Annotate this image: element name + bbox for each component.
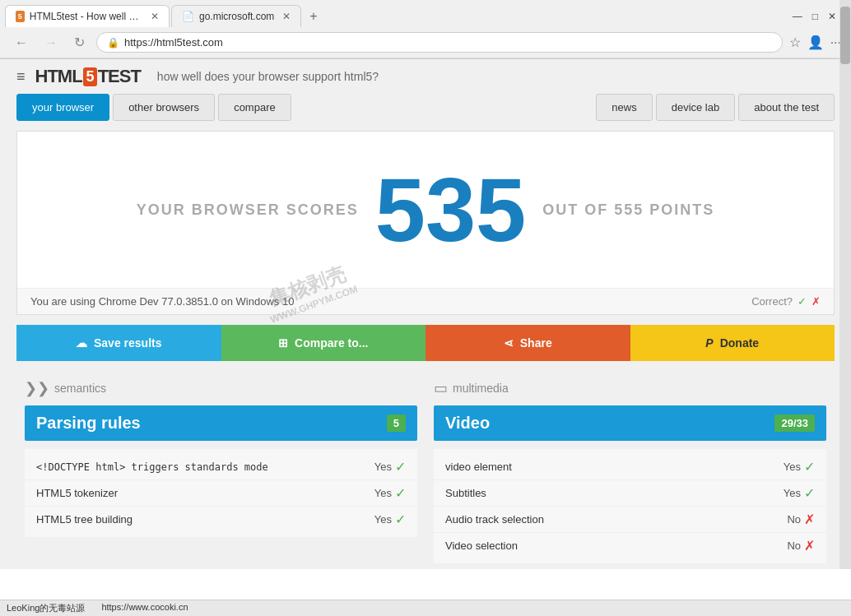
test-tokenizer-result: Yes ✓ bbox=[374, 485, 406, 501]
test-row: video element Yes ✓ bbox=[434, 454, 826, 480]
logo-html: HTML bbox=[35, 66, 82, 87]
site-nav: your browser other browsers compare news… bbox=[0, 94, 851, 131]
test-video-element: video element bbox=[445, 461, 784, 473]
tab-favicon-1: 5 bbox=[16, 11, 25, 22]
correct-check-icon[interactable]: ✓ bbox=[798, 295, 807, 308]
compare-to-button[interactable]: ⊞ Compare to... bbox=[221, 325, 426, 361]
test-row: HTML5 tree building Yes ✓ bbox=[25, 507, 417, 532]
multimedia-column: ▭ multimedia Video 29/33 video element bbox=[426, 379, 835, 563]
test-video-sel-result: No ✗ bbox=[787, 538, 815, 553]
site-logo: HTML 5 TEST bbox=[35, 66, 141, 87]
semantics-label: semantics bbox=[54, 382, 106, 395]
browser-info-text: You are using Chrome Dev 77.0.3851.0 on … bbox=[30, 295, 294, 308]
tab-title-1: HTML5test - How well does you... bbox=[30, 11, 142, 22]
address-actions: ☆ 👤 ··· bbox=[789, 35, 841, 50]
tab-html5test[interactable]: 5 HTML5test - How well does you... ✕ bbox=[5, 5, 170, 27]
status-bar: LeoKing的无毒站源 https://www.cocoki.cn bbox=[0, 600, 851, 616]
compare-icon: ⊞ bbox=[278, 336, 288, 350]
test-audio-result: No ✗ bbox=[787, 512, 815, 527]
scrollbar-thumb[interactable] bbox=[840, 59, 850, 64]
site-header: ≡ HTML 5 TEST how well does your browser… bbox=[0, 59, 851, 94]
forward-button[interactable]: → bbox=[40, 34, 63, 52]
save-results-button[interactable]: ☁ Save results bbox=[16, 325, 221, 361]
browser-info-bar: You are using Chrome Dev 77.0.3851.0 on … bbox=[17, 288, 834, 314]
semantics-header: ❯❯ semantics bbox=[25, 379, 417, 397]
video-tests: video element Yes ✓ Subtitles Yes ✓ bbox=[434, 449, 826, 563]
donate-button[interactable]: P Donate bbox=[630, 325, 835, 361]
video-title: Video bbox=[445, 414, 490, 433]
url-text: https://html5test.com bbox=[124, 36, 772, 49]
logo-5: 5 bbox=[83, 67, 97, 86]
share-button[interactable]: ⋖ Share bbox=[426, 325, 630, 361]
test-tokenizer: HTML5 tokenizer bbox=[36, 487, 374, 499]
nav-device-lab[interactable]: device lab bbox=[656, 94, 736, 121]
test-audio-track: Audio track selection bbox=[445, 513, 787, 526]
check-icon: ✓ bbox=[395, 512, 406, 527]
parsing-rules-tests: <!DOCTYPE html> triggers standards mode … bbox=[25, 449, 417, 537]
save-icon: ☁ bbox=[76, 336, 87, 350]
minimize-button[interactable]: — bbox=[793, 11, 802, 22]
semantics-column: ❯❯ semantics Parsing rules 5 <!DOCTYPE h… bbox=[16, 379, 426, 563]
nav-about-test[interactable]: about the test bbox=[738, 94, 835, 121]
correct-area: Correct? ✓ ✗ bbox=[751, 295, 821, 308]
score-section: YOUR BROWSER SCORES 535 OUT OF 555 POINT… bbox=[16, 131, 835, 315]
back-button[interactable]: ← bbox=[10, 34, 33, 52]
check-icon: ✓ bbox=[804, 485, 815, 501]
video-score: 29/33 bbox=[774, 415, 815, 432]
check-icon: ✓ bbox=[395, 485, 406, 501]
parsing-rules-title: Parsing rules bbox=[36, 414, 141, 433]
tab-microsoft[interactable]: 📄 go.microsoft.com ✕ bbox=[171, 5, 301, 27]
test-row: Video selection No ✗ bbox=[434, 533, 826, 558]
nav-other-browsers[interactable]: other browsers bbox=[113, 94, 215, 121]
new-tab-button[interactable]: + bbox=[303, 6, 323, 27]
hamburger-icon[interactable]: ≡ bbox=[16, 68, 26, 86]
tab-close-1[interactable]: ✕ bbox=[151, 11, 159, 22]
parsing-rules-score: 5 bbox=[387, 415, 406, 432]
nav-news[interactable]: news bbox=[596, 94, 652, 121]
logo-test: TEST bbox=[98, 66, 141, 87]
nav-compare[interactable]: compare bbox=[218, 94, 291, 121]
check-icon: ✓ bbox=[804, 459, 815, 475]
save-label: Save results bbox=[94, 336, 162, 350]
nav-your-browser[interactable]: your browser bbox=[16, 94, 109, 121]
test-row: Audio track selection No ✗ bbox=[434, 507, 826, 533]
test-subtitles: Subtitles bbox=[445, 487, 784, 499]
multimedia-label: multimedia bbox=[453, 382, 509, 395]
parsing-rules-card: Parsing rules 5 bbox=[25, 405, 417, 441]
donate-label: Donate bbox=[720, 336, 759, 350]
status-text-2: https://www.cocoki.cn bbox=[101, 602, 188, 614]
share-label: Share bbox=[520, 336, 552, 350]
multimedia-header: ▭ multimedia bbox=[434, 379, 826, 397]
score-box: YOUR BROWSER SCORES 535 OUT OF 555 POINT… bbox=[17, 132, 834, 288]
correct-x-icon[interactable]: ✗ bbox=[811, 295, 821, 308]
status-text-1: LeoKing的无毒站源 bbox=[7, 602, 85, 614]
video-card: Video 29/33 bbox=[434, 405, 826, 441]
close-window-button[interactable]: ✕ bbox=[828, 11, 836, 22]
refresh-button[interactable]: ↻ bbox=[69, 33, 90, 52]
lock-icon: 🔒 bbox=[107, 37, 119, 49]
score-label-right: OUT OF 555 POINTS bbox=[542, 201, 714, 219]
test-row: <!DOCTYPE html> triggers standards mode … bbox=[25, 454, 417, 480]
score-number: 535 bbox=[375, 164, 527, 255]
test-video-selection: Video selection bbox=[445, 540, 787, 552]
address-bar: ← → ↻ 🔒 https://html5test.com ☆ 👤 ··· bbox=[0, 27, 851, 58]
test-row: Subtitles Yes ✓ bbox=[434, 480, 826, 507]
check-icon: ✓ bbox=[395, 459, 406, 475]
share-icon: ⋖ bbox=[504, 336, 514, 350]
tab-close-2[interactable]: ✕ bbox=[282, 11, 291, 22]
parsing-rules-title-bar: Parsing rules 5 bbox=[25, 405, 417, 441]
profile-button[interactable]: 👤 bbox=[807, 35, 824, 50]
window-controls: — □ ✕ bbox=[783, 11, 846, 22]
video-title-bar: Video 29/33 bbox=[434, 405, 826, 441]
scrollbar-track[interactable] bbox=[839, 59, 851, 569]
favorites-button[interactable]: ☆ bbox=[789, 35, 801, 50]
test-subtitles-result: Yes ✓ bbox=[784, 485, 815, 501]
maximize-button[interactable]: □ bbox=[812, 11, 818, 22]
compare-label: Compare to... bbox=[295, 336, 368, 350]
url-bar[interactable]: 🔒 https://html5test.com bbox=[96, 32, 783, 53]
correct-label: Correct? bbox=[751, 295, 793, 308]
test-tree-building: HTML5 tree building bbox=[36, 513, 374, 526]
nav-left: your browser other browsers compare bbox=[16, 94, 291, 121]
page-content: ≡ HTML 5 TEST how well does your browser… bbox=[0, 59, 851, 569]
test-video-result: Yes ✓ bbox=[784, 459, 815, 475]
